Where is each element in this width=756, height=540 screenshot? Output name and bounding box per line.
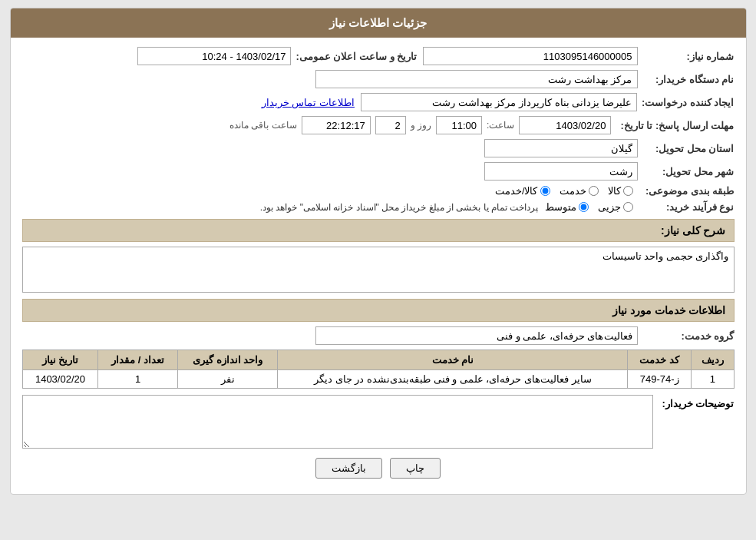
category-kala-item: کالا — [608, 185, 633, 197]
purchase-jazii-label: جزیی — [598, 201, 621, 213]
creator-label: ایجاد کننده درخواست: — [642, 97, 735, 108]
need-description-section-title: شرح کلی نیاز: — [22, 219, 735, 242]
purchase-motavaset-radio[interactable] — [579, 202, 589, 212]
cell-service-name: سایر فعالیت‌های حرفه‌ای، علمی و فنی طبقه… — [278, 370, 628, 389]
services-section-title: اطلاعات خدمات مورد نیاز — [22, 299, 735, 322]
need-number-input — [423, 47, 638, 65]
need-number-row: شماره نیاز: تاریخ و ساعت اعلان عمومی: — [22, 47, 735, 65]
deadline-date-input — [519, 116, 611, 134]
date-label: تاریخ و ساعت اعلان عمومی: — [295, 51, 417, 62]
buyer-org-label: نام دستگاه خریدار: — [642, 74, 735, 85]
purchase-motavaset-label: متوسط — [545, 201, 576, 213]
city-label: شهر محل تحویل: — [642, 166, 735, 177]
col-date: تاریخ نیاز — [22, 350, 98, 370]
province-input — [484, 139, 638, 157]
category-kala-label: کالا — [608, 185, 621, 197]
cell-unit: نفر — [177, 370, 277, 389]
category-row: طبقه بندی موضوعی: کالا خدمت کالا/خدمت — [22, 185, 735, 197]
category-khedmat-radio[interactable] — [589, 186, 599, 196]
category-khedmat-item: خدمت — [560, 185, 599, 197]
service-group-row: گروه خدمت: — [22, 326, 735, 345]
buyer-org-input — [315, 70, 638, 88]
deadline-remaining-label: ساعت باقی مانده — [229, 120, 297, 131]
need-description-content: واگذاری حجمی واحد تاسیسات — [22, 247, 735, 293]
deadline-time-label: ساعت: — [487, 120, 514, 131]
services-table: ردیف کد خدمت نام خدمت واحد اندازه گیری ت… — [22, 350, 735, 389]
date-input — [137, 47, 291, 65]
col-service-name: نام خدمت — [278, 350, 628, 370]
cell-service-code: ز-74-749 — [628, 370, 692, 389]
purchase-jazii-radio[interactable] — [623, 202, 633, 212]
category-kala-khedmat-label: کالا/خدمت — [495, 185, 538, 197]
buyer-notes-row: توضیحات خریدار: — [22, 395, 735, 449]
service-group-input — [315, 326, 638, 345]
purchase-motavaset-item: متوسط — [545, 201, 589, 213]
category-kala-radio[interactable] — [623, 186, 633, 196]
page-container: جزئیات اطلاعات نیاز شماره نیاز: تاریخ و … — [10, 8, 747, 495]
col-row-num: ردیف — [692, 350, 734, 370]
province-label: استان محل تحویل: — [642, 143, 735, 154]
need-description-wrapper: واگذاری حجمی واحد تاسیسات — [22, 247, 735, 293]
col-quantity: تعداد / مقدار — [98, 350, 177, 370]
creator-row: ایجاد کننده درخواست: اطلاعات تماس خریدار — [22, 93, 735, 111]
province-row: استان محل تحویل: — [22, 139, 735, 157]
category-label: طبقه بندی موضوعی: — [642, 185, 735, 197]
deadline-remaining-input — [302, 116, 371, 134]
category-kala-khedmat-item: کالا/خدمت — [495, 185, 550, 197]
service-group-label: گروه خدمت: — [642, 330, 735, 342]
creator-input — [361, 93, 637, 111]
city-input — [484, 162, 638, 181]
deadline-time-input — [436, 116, 482, 134]
buyer-notes-textarea[interactable] — [22, 395, 653, 449]
purchase-type-note: پرداخت تمام یا بخشی از مبلغ خریداز محل "… — [260, 202, 539, 213]
page-title: جزئیات اطلاعات نیاز — [11, 8, 746, 38]
category-radio-group: کالا خدمت کالا/خدمت — [495, 185, 633, 197]
category-kala-khedmat-radio[interactable] — [540, 186, 550, 196]
col-service-code: کد خدمت — [628, 350, 692, 370]
deadline-days-label: روز و — [411, 120, 431, 131]
purchase-type-radio-group: جزیی متوسط — [545, 201, 633, 213]
buyer-notes-label: توضیحات خریدار: — [658, 398, 735, 409]
category-khedmat-label: خدمت — [560, 185, 586, 197]
cell-date: 1403/02/20 — [22, 370, 98, 389]
buttons-row: چاپ بازگشت — [22, 458, 735, 479]
deadline-days-input — [375, 116, 406, 134]
contact-link[interactable]: اطلاعات تماس خریدار — [262, 97, 355, 108]
buyer-org-row: نام دستگاه خریدار: — [22, 70, 735, 88]
col-unit: واحد اندازه گیری — [177, 350, 277, 370]
purchase-jazii-item: جزیی — [598, 201, 633, 213]
back-button[interactable]: بازگشت — [315, 458, 382, 479]
city-row: شهر محل تحویل: — [22, 162, 735, 181]
cell-quantity: 1 — [98, 370, 177, 389]
purchase-type-row: نوع فرآیند خرید: جزیی متوسط پرداخت تمام … — [22, 201, 735, 213]
deadline-label: مهلت ارسال پاسخ: تا تاریخ: — [620, 120, 734, 131]
table-row: 1 ز-74-749 سایر فعالیت‌های حرفه‌ای، علمی… — [22, 370, 734, 389]
cell-row-num: 1 — [692, 370, 734, 389]
deadline-row: مهلت ارسال پاسخ: تا تاریخ: ساعت: روز و س… — [22, 116, 735, 134]
content-area: شماره نیاز: تاریخ و ساعت اعلان عمومی: نا… — [11, 38, 746, 494]
print-button[interactable]: چاپ — [390, 458, 441, 479]
purchase-type-label: نوع فرآیند خرید: — [642, 201, 735, 213]
need-number-label: شماره نیاز: — [642, 51, 735, 62]
